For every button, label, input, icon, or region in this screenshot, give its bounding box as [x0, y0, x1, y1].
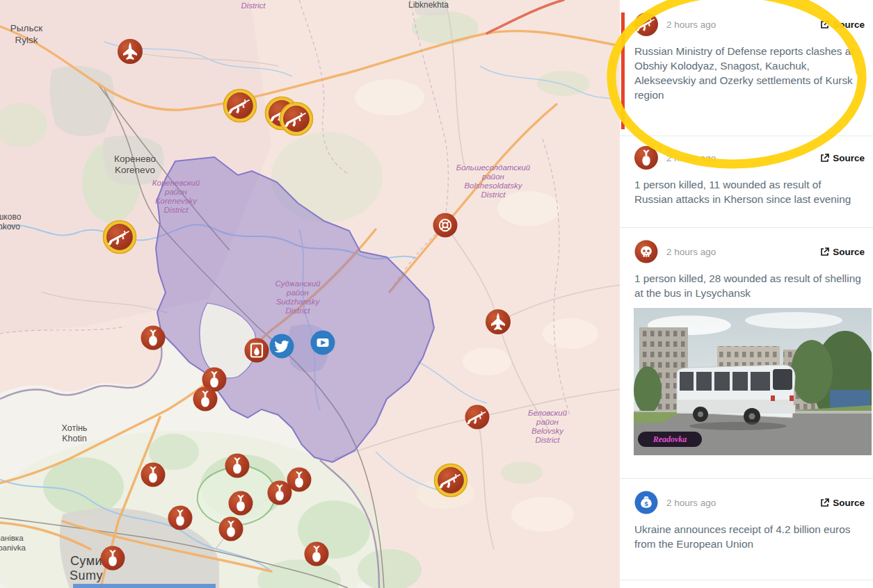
marker-bomb[interactable]: [268, 481, 292, 505]
watermark: Readovka: [638, 432, 702, 447]
external-link-icon: [820, 247, 829, 256]
marker-bomb[interactable]: [219, 517, 243, 541]
external-link-icon: [820, 20, 829, 29]
bomb-icon: [634, 146, 658, 170]
map-label-town: шковоhkovo: [0, 212, 22, 231]
marker-twitter[interactable]: [270, 334, 294, 359]
map-label-town: Libknekhta: [408, 0, 449, 10]
marker-bomb[interactable]: [101, 546, 125, 571]
marker-bomb[interactable]: [168, 506, 193, 530]
marker-bomb[interactable]: [141, 463, 166, 487]
marker-jet[interactable]: [118, 39, 143, 64]
money-icon: [634, 491, 658, 514]
map-label-town: КореневоKorenevo: [114, 154, 156, 175]
marker-gov[interactable]: [245, 338, 269, 363]
marker-bomb[interactable]: [229, 491, 253, 516]
source-link[interactable]: Source: [820, 247, 865, 257]
skull-icon: [634, 240, 658, 263]
timestamp: 2 hours ago: [666, 153, 716, 163]
marker-bomb[interactable]: [193, 387, 218, 411]
source-link[interactable]: Source: [820, 153, 865, 163]
news-item[interactable]: 2 hours ago Source Russian Ministry of D…: [620, 0, 873, 136]
map-base-art: [0, 0, 620, 588]
marker-rifle-ringed[interactable]: [280, 102, 313, 136]
news-item[interactable]: 2 hours ago Source 1 person killed, 11 w…: [620, 136, 873, 228]
news-image[interactable]: Readovka: [634, 308, 872, 455]
map-label-city: СумиSumy: [70, 554, 103, 582]
unread-indicator: [621, 13, 625, 129]
source-link[interactable]: Source: [820, 19, 865, 30]
map-label-district: District: [241, 1, 266, 10]
timestamp: 2 hours ago: [666, 247, 716, 257]
marker-target[interactable]: [433, 213, 458, 238]
marker-rifle-ringed[interactable]: [434, 464, 467, 497]
map-canvas[interactable]: $: [0, 0, 620, 588]
marker-bomb[interactable]: [141, 326, 166, 350]
external-link-icon: [820, 498, 829, 507]
marker-rifle[interactable]: [465, 405, 489, 430]
timestamp: 2 hours ago: [666, 498, 716, 508]
external-link-icon: [820, 154, 829, 163]
marker-rifle-ringed[interactable]: [103, 220, 136, 254]
news-item[interactable]: 2 hours ago Source 1 person killed, 28 w…: [620, 228, 873, 479]
liveuamap-app: $: [0, 0, 873, 588]
marker-rifle-ringed[interactable]: [223, 89, 257, 122]
source-link[interactable]: Source: [820, 498, 865, 508]
svg-text:Readovka: Readovka: [652, 434, 687, 444]
marker-bomb[interactable]: [225, 454, 250, 478]
marker-jet[interactable]: [486, 309, 511, 334]
rifle-icon: [634, 13, 658, 36]
news-text: Ukraine announces receipt of 4.2 billion…: [634, 522, 862, 551]
marker-youtube[interactable]: [311, 331, 335, 355]
news-item[interactable]: 2 hours ago Source Ukraine announces rec…: [620, 479, 873, 580]
marker-bomb[interactable]: [305, 542, 329, 566]
map-label-town: ХотіньKhotin: [62, 423, 88, 443]
news-text: 1 person killed, 11 wounded as result of…: [634, 177, 862, 206]
news-text: 1 person killed, 28 wounded as result of…: [634, 271, 862, 300]
map-svg: $: [0, 0, 620, 588]
news-text: Russian Ministry of Defense reports clas…: [634, 44, 862, 102]
news-sidebar: 2 hours ago Source Russian Ministry of D…: [620, 0, 873, 588]
timestamp: 2 hours ago: [666, 19, 716, 30]
